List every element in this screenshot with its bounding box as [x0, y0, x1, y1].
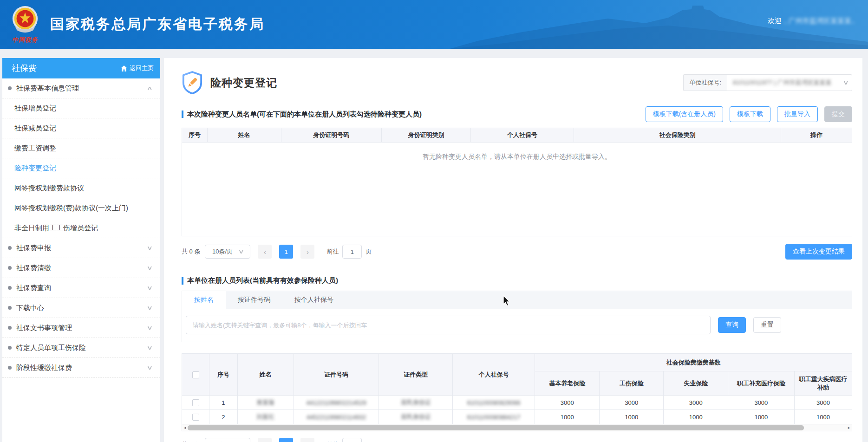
- home-icon: [121, 65, 127, 72]
- reset-button[interactable]: 重置: [753, 317, 781, 333]
- bullet-icon: [8, 286, 12, 290]
- sidebar-menu: 社保费基本信息管理∧社保增员登记社保减员登记缴费工资调整险种变更登记网签授权划缴…: [2, 78, 160, 378]
- sidebar-item[interactable]: 特定人员单项工伤保险∨: [2, 338, 160, 358]
- sidebar: 社保费 返回主页 社保费基本信息管理∧社保增员登记社保减员登记缴费工资调整险种变…: [2, 58, 160, 442]
- bullet-icon: [8, 326, 12, 330]
- col-group-contribution-base: 社会保险费缴费基数: [535, 354, 852, 371]
- col-unemployment: 失业保险: [664, 371, 728, 396]
- sidebar-item[interactable]: 阶段性缓缴社保费∨: [2, 358, 160, 378]
- sidebar-item[interactable]: 网签授权划缴费款协议: [2, 178, 160, 198]
- page-title-row: 险种变更登记 单位社保号: 810110011977 | 广州市荔湾区某某某 ∨: [182, 71, 852, 94]
- page-size-select[interactable]: 10条/页 ∨: [205, 245, 250, 259]
- staff-table-body: 1黄某璇441221199802214529居民身份证6101100080829…: [182, 396, 852, 424]
- table-row: 1黄某璇441221199802214529居民身份证6101100080829…: [182, 396, 852, 410]
- col-id-number: 身份证明号码: [281, 128, 381, 143]
- sidebar-item[interactable]: 网签授权划缴税(费)款协议(一次上门): [2, 198, 160, 218]
- staff-list-table: 序号 姓名 证件号码 证件类型 个人社保号 社会保险费缴费基数 基本养老保险 工…: [182, 353, 852, 424]
- section2-header-row: 本单位在册人员列表(当前具有有效参保险种人员): [182, 276, 852, 285]
- col-id-type: 身份证明类别: [381, 128, 470, 143]
- tax-emblem-icon: [11, 5, 39, 35]
- next-page-button[interactable]: ›: [300, 438, 314, 442]
- sidebar-item[interactable]: 社保增员登记: [2, 98, 160, 118]
- unit-ssn-value-masked: 810110011977 | 广州市荔湾区某某某: [733, 78, 841, 87]
- col-personal-ssn: 个人社保号: [452, 354, 535, 396]
- sidebar-item[interactable]: 下载中心∨: [2, 298, 160, 318]
- return-home-link[interactable]: 返回主页: [121, 64, 154, 72]
- section-bar: [182, 110, 183, 118]
- scroll-right-icon[interactable]: ▸: [846, 425, 852, 430]
- section1-title: 本次险种变更人员名单(可在下面的本单位在册人员列表勾选待险种变更人员): [182, 110, 422, 119]
- chevron-down-icon: ∨: [147, 364, 153, 371]
- chevron-down-icon: ∨: [843, 79, 849, 86]
- row-checkbox[interactable]: [192, 399, 199, 406]
- chevron-down-icon: ∨: [147, 245, 153, 251]
- col-pension: 基本养老保险: [535, 371, 600, 396]
- select-all-checkbox[interactable]: [192, 371, 199, 378]
- search-button[interactable]: 查询: [718, 317, 746, 333]
- chevron-down-icon: ∨: [147, 325, 153, 331]
- sidebar-item[interactable]: 社保文书事项管理∨: [2, 318, 160, 338]
- base-value: 3000: [664, 396, 728, 410]
- goto-page-input[interactable]: [342, 245, 362, 259]
- great-wall-silhouette: [450, 5, 868, 49]
- scrollbar-thumb[interactable]: [188, 425, 804, 430]
- goto-page-group: 前往 页: [326, 438, 372, 442]
- empty-state-message: 暂无险种变更人员名单，请从本单位在册人员中选择或批量导入。: [182, 143, 852, 236]
- template-download-with-staff-button[interactable]: 模板下载(含在册人员): [646, 106, 723, 122]
- search-input[interactable]: [186, 316, 711, 334]
- tab-by-personal-ssn[interactable]: 按个人社保号: [282, 291, 346, 309]
- welcome-text: 欢迎 ，广州市荔湾区某某某..: [768, 17, 855, 26]
- current-page-button[interactable]: 1: [279, 245, 293, 259]
- batch-import-button[interactable]: 批量导入: [777, 106, 818, 122]
- goto-page-group: 前往 页: [326, 245, 372, 259]
- tab-by-name[interactable]: 按姓名: [182, 291, 226, 309]
- col-id-type: 证件类型: [379, 354, 453, 396]
- page-title: 险种变更登记: [210, 76, 277, 90]
- submit-button[interactable]: 提交: [824, 106, 852, 122]
- section1-pagination-row: 共 0 条 10条/页 ∨ ‹ 1 › 前往 页 查看上次变更结果: [182, 244, 852, 260]
- change-list-table: 序号 姓名 身份证明号码 身份证明类别 个人社保号 社会保险类别 操作: [182, 128, 852, 143]
- sidebar-item[interactable]: 非全日制用工工伤增员登记: [2, 218, 160, 238]
- sidebar-item[interactable]: 社保费清缴∨: [2, 258, 160, 278]
- pagination-bottom: 共 2 条 10条/页 ∨ ‹ 1 › 前往 页: [182, 438, 372, 442]
- col-injury: 工伤保险: [599, 371, 664, 396]
- base-value: 3000: [728, 396, 794, 410]
- welcome-user-masked: ，广州市荔湾区某某某..: [782, 17, 855, 26]
- shield-pencil-icon: [182, 71, 203, 94]
- scroll-left-icon[interactable]: ◂: [182, 425, 188, 430]
- sidebar-header: 社保费 返回主页: [2, 58, 160, 78]
- base-value: 1000: [535, 410, 600, 424]
- horizontal-scrollbar[interactable]: ◂ ▸: [182, 424, 852, 431]
- sidebar-item[interactable]: 险种变更登记: [2, 158, 160, 178]
- sidebar-item[interactable]: 社保费查询∨: [2, 278, 160, 298]
- section2-title: 本单位在册人员列表(当前具有有效参保险种人员): [182, 276, 338, 285]
- col-supplementary-medical: 职工补充医疗保险: [728, 371, 794, 396]
- current-page-button[interactable]: 1: [279, 438, 293, 442]
- row-checkbox[interactable]: [192, 414, 199, 421]
- staff-header-row-1: 序号 姓名 证件号码 证件类型 个人社保号 社会保险费缴费基数: [182, 354, 852, 371]
- prev-page-button[interactable]: ‹: [258, 245, 272, 259]
- pagination-top: 共 0 条 10条/页 ∨ ‹ 1 › 前往 页: [182, 245, 372, 259]
- logo-script-text: 中国税务: [7, 36, 44, 44]
- total-count: 共 0 条: [182, 247, 200, 256]
- sidebar-item[interactable]: 缴费工资调整: [2, 138, 160, 158]
- sidebar-item[interactable]: 社保费基本信息管理∧: [2, 78, 160, 98]
- chevron-up-icon: ∧: [147, 85, 153, 91]
- view-last-result-button[interactable]: 查看上次变更结果: [785, 244, 852, 260]
- template-download-button[interactable]: 模板下载: [730, 106, 770, 122]
- tab-by-id-number[interactable]: 按证件号码: [226, 291, 282, 309]
- filter-tabs: 按姓名 按证件号码 按个人社保号: [182, 291, 852, 309]
- unit-ssn-select[interactable]: 810110011977 | 广州市荔湾区某某某 ∨: [727, 74, 852, 91]
- page-size-select[interactable]: 10条/页 ∨: [205, 438, 250, 442]
- prev-page-button[interactable]: ‹: [258, 438, 272, 442]
- col-personal-ssn: 个人社保号: [470, 128, 574, 143]
- base-value: 1000: [794, 410, 852, 424]
- col-id-number: 证件号码: [294, 354, 379, 396]
- base-value: 3000: [535, 396, 600, 410]
- bullet-icon: [8, 266, 12, 270]
- sidebar-item[interactable]: 社保费申报∨: [2, 238, 160, 258]
- bullet-icon: [8, 246, 12, 250]
- sidebar-item[interactable]: 社保减员登记: [2, 118, 160, 138]
- next-page-button[interactable]: ›: [300, 245, 314, 259]
- goto-page-input[interactable]: [342, 438, 362, 442]
